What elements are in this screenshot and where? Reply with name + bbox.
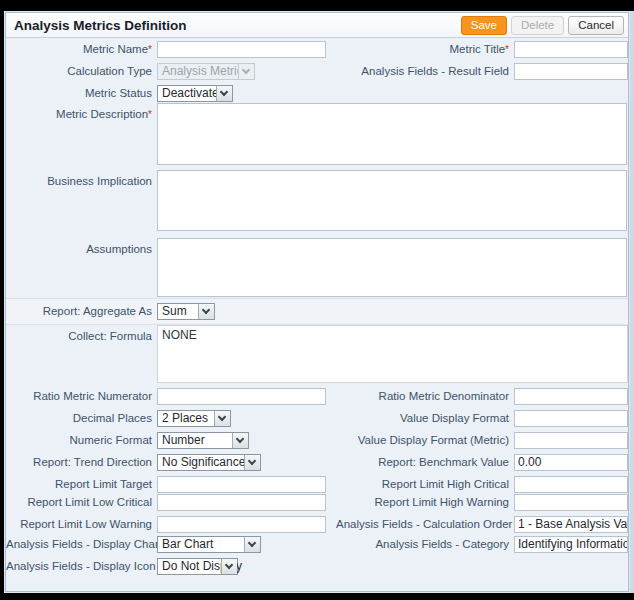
metric-description-label: Metric Description*: [6, 106, 152, 123]
calculation-type-select: Analysis Metrics: [157, 63, 255, 80]
limit-high-critical-label: Report Limit High Critical: [336, 476, 509, 493]
metric-description-textarea[interactable]: [157, 103, 627, 165]
value-display-format-label: Value Display Format: [336, 410, 509, 427]
chevron-down-icon: [232, 433, 248, 448]
chevron-down-icon: [216, 86, 232, 101]
business-implication-label: Business Implication: [6, 173, 152, 190]
page-right-margin: [630, 11, 634, 593]
chevron-down-icon: [198, 304, 214, 319]
limit-high-critical-input[interactable]: [514, 476, 628, 493]
benchmark-value-label: Report: Benchmark Value: [336, 454, 509, 471]
chevron-down-icon: [238, 64, 254, 79]
display-chart-select[interactable]: Bar Chart: [157, 536, 261, 553]
header-button-group: Save Delete Cancel: [461, 16, 624, 35]
numeric-format-select[interactable]: Number: [157, 432, 249, 449]
cancel-button[interactable]: Cancel: [568, 16, 624, 35]
delete-button[interactable]: Delete: [511, 16, 564, 35]
page-title: Analysis Metrics Definition: [14, 13, 187, 38]
category-label: Analysis Fields - Category: [336, 536, 509, 553]
calculation-order-label: Analysis Fields - Calculation Order: [336, 516, 509, 533]
ratio-denominator-input[interactable]: [514, 388, 628, 405]
collect-formula-label: Collect: Formula: [6, 328, 152, 345]
decimal-places-label: Decimal Places: [6, 410, 152, 427]
collect-formula-value: NONE: [157, 325, 628, 383]
calculation-order-input[interactable]: 1 - Base Analysis Value: [514, 516, 628, 533]
limit-target-input[interactable]: [157, 476, 326, 493]
chevron-down-icon: [244, 455, 260, 470]
result-field-label: Analysis Fields - Result Field: [336, 63, 509, 80]
benchmark-value-input[interactable]: 0.00: [514, 454, 628, 471]
limit-low-critical-input[interactable]: [157, 494, 326, 511]
limit-low-critical-label: Report Limit Low Critical: [6, 494, 152, 511]
ratio-denominator-label: Ratio Metric Denominator: [336, 388, 509, 405]
analysis-metrics-definition-panel: Analysis Metrics Definition Save Delete …: [5, 12, 629, 592]
chevron-down-icon: [214, 411, 230, 426]
display-icon-select[interactable]: Do Not Display: [157, 558, 238, 575]
metric-title-input[interactable]: [514, 41, 628, 58]
result-field-input[interactable]: [514, 63, 628, 80]
ratio-numerator-label: Ratio Metric Numerator: [6, 388, 152, 405]
assumptions-textarea[interactable]: [157, 238, 627, 297]
display-icon-label: Analysis Fields - Display Icon: [6, 558, 152, 575]
limit-high-warning-label: Report Limit High Warning: [336, 494, 509, 511]
metric-status-select[interactable]: Deactivated: [157, 85, 233, 102]
numeric-format-label: Numeric Format: [6, 432, 152, 449]
assumptions-label: Assumptions: [6, 241, 152, 258]
calculation-type-label: Calculation Type: [6, 63, 152, 80]
chevron-down-icon: [221, 559, 237, 574]
display-chart-label: Analysis Fields - Display Chart: [6, 536, 152, 553]
trend-direction-label: Report: Trend Direction: [6, 454, 152, 471]
aggregate-as-select[interactable]: Sum: [157, 303, 215, 320]
chevron-down-icon: [244, 537, 260, 552]
limit-target-label: Report Limit Target: [6, 476, 152, 493]
limit-high-warning-input[interactable]: [514, 494, 628, 511]
metric-status-label: Metric Status: [6, 85, 152, 102]
save-button[interactable]: Save: [461, 16, 507, 35]
decimal-places-select[interactable]: 2 Places: [157, 410, 231, 427]
metric-title-label: Metric Title*: [336, 41, 509, 58]
metric-name-label: Metric Name*: [6, 41, 152, 58]
aggregate-as-label: Report: Aggregate As: [6, 303, 152, 320]
limit-low-warning-input[interactable]: [157, 516, 326, 533]
limit-low-warning-label: Report Limit Low Warning: [6, 516, 152, 533]
ratio-numerator-input[interactable]: [157, 388, 326, 405]
value-display-format-metric-label: Value Display Format (Metric): [336, 432, 509, 449]
value-display-format-input[interactable]: [514, 410, 628, 427]
required-mark: *: [148, 44, 152, 55]
panel-header: Analysis Metrics Definition Save Delete …: [6, 13, 628, 38]
required-mark: *: [505, 44, 509, 55]
business-implication-textarea[interactable]: [157, 170, 627, 231]
metric-name-input[interactable]: [157, 41, 326, 58]
required-mark: *: [148, 109, 152, 120]
category-input[interactable]: Identifying Information: [514, 536, 628, 553]
value-display-format-metric-input[interactable]: [514, 432, 628, 449]
trend-direction-select[interactable]: No Significance: [157, 454, 261, 471]
